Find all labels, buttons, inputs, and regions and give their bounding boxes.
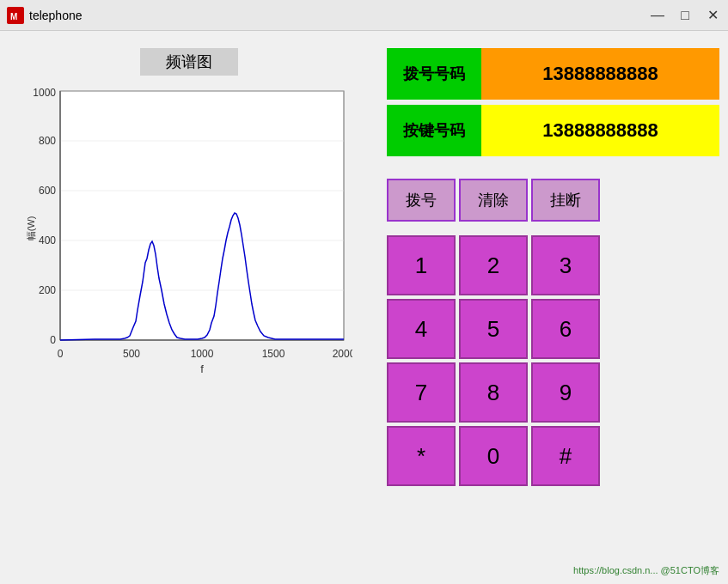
watermark: https://blog.csdn.n... @51CTO博客 — [573, 564, 719, 577]
svg-text:1000: 1000 — [191, 348, 214, 360]
clear-button[interactable]: 清除 — [459, 179, 528, 222]
main-content: 频谱图 0 200 400 600 800 — [0, 31, 728, 584]
chart-title: 频谱图 — [140, 48, 238, 76]
action-buttons: 拨号 清除 挂断 — [387, 179, 719, 222]
minimize-button[interactable]: — — [649, 7, 666, 23]
svg-text:幅(W): 幅(W) — [26, 216, 36, 241]
num-0[interactable]: 0 — [459, 426, 528, 486]
svg-text:400: 400 — [39, 234, 56, 246]
num-hash[interactable]: # — [531, 426, 600, 486]
svg-rect-2 — [60, 91, 344, 340]
numpad: 1 2 3 4 5 6 7 8 9 * 0 # — [387, 235, 719, 486]
svg-text:200: 200 — [39, 284, 56, 296]
svg-text:1500: 1500 — [262, 348, 285, 360]
num-2[interactable]: 2 — [459, 235, 528, 295]
key-value: 13888888888 — [481, 105, 719, 156]
close-button[interactable]: ✕ — [704, 7, 721, 23]
svg-text:500: 500 — [123, 348, 140, 360]
num-5[interactable]: 5 — [459, 299, 528, 359]
num-3[interactable]: 3 — [531, 235, 600, 295]
svg-text:800: 800 — [39, 135, 56, 147]
svg-text:2000: 2000 — [333, 348, 352, 360]
window-controls: — □ ✕ — [649, 7, 721, 23]
num-star[interactable]: * — [387, 426, 456, 486]
num-8[interactable]: 8 — [459, 362, 528, 423]
app-icon: M — [7, 7, 24, 24]
hangup-button[interactable]: 挂断 — [531, 179, 600, 222]
num-9[interactable]: 9 — [531, 362, 600, 423]
dial-row: 拨号号码 13888888888 — [387, 48, 719, 100]
maximize-button[interactable]: □ — [676, 7, 694, 23]
svg-text:0: 0 — [58, 348, 64, 360]
num-6[interactable]: 6 — [531, 299, 600, 359]
svg-text:M: M — [10, 12, 17, 21]
dial-label: 拨号号码 — [387, 48, 481, 100]
chart-area: 频谱图 0 200 400 600 800 — [9, 40, 370, 575]
key-row: 按键号码 13888888888 — [387, 105, 719, 156]
key-label: 按键号码 — [387, 105, 481, 156]
window-title: telephone — [29, 9, 83, 22]
num-4[interactable]: 4 — [387, 299, 456, 359]
controls-area: 拨号号码 13888888888 按键号码 13888888888 拨号 清除 … — [387, 40, 719, 575]
svg-text:1000: 1000 — [33, 87, 56, 99]
title-bar: M telephone — □ ✕ — [0, 0, 728, 31]
num-7[interactable]: 7 — [387, 362, 456, 423]
num-1[interactable]: 1 — [387, 235, 456, 295]
chart-wrapper: 0 200 400 600 800 1000 0 — [26, 82, 352, 374]
svg-text:600: 600 — [39, 185, 56, 197]
svg-text:0: 0 — [50, 334, 56, 346]
spectrum-chart: 0 200 400 600 800 1000 0 — [26, 82, 352, 374]
dial-button[interactable]: 拨号 — [387, 179, 456, 222]
dial-value: 13888888888 — [481, 48, 719, 100]
svg-text:f: f — [200, 362, 204, 374]
